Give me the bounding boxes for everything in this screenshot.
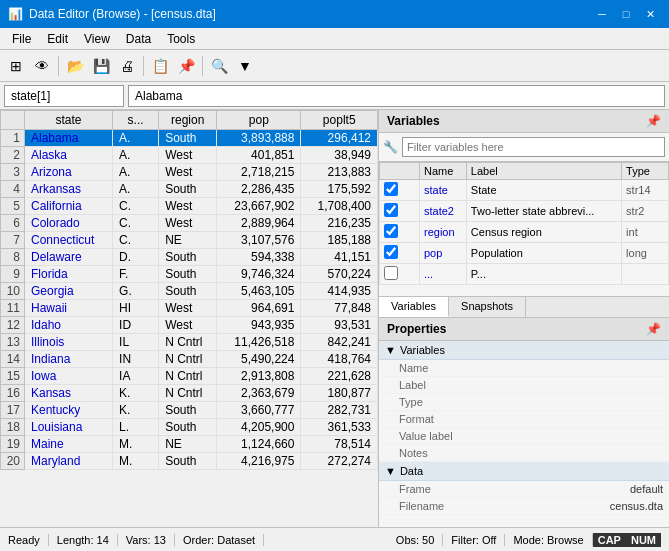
grid-icon-btn[interactable]: ⊞ bbox=[4, 54, 28, 78]
cell-abbr[interactable]: A. bbox=[113, 147, 159, 164]
cell-poplt5[interactable]: 361,533 bbox=[301, 419, 378, 436]
variables-props-section[interactable]: ▼ Variables bbox=[379, 341, 669, 360]
cell-pop[interactable]: 3,893,888 bbox=[217, 130, 301, 147]
table-row[interactable]: 6 Colorado C. West 2,889,964 216,235 bbox=[1, 215, 378, 232]
var-name-cell[interactable]: region bbox=[420, 222, 467, 243]
cell-abbr[interactable]: K. bbox=[113, 402, 159, 419]
cell-state[interactable]: Georgia bbox=[25, 283, 113, 300]
var-check-cell[interactable] bbox=[380, 264, 420, 285]
cell-state[interactable]: Maryland bbox=[25, 453, 113, 470]
cell-pop[interactable]: 9,746,324 bbox=[217, 266, 301, 283]
cell-state[interactable]: Maine bbox=[25, 436, 113, 453]
cell-poplt5[interactable]: 282,731 bbox=[301, 402, 378, 419]
cell-poplt5[interactable]: 93,531 bbox=[301, 317, 378, 334]
cell-region[interactable]: South bbox=[159, 181, 217, 198]
cell-region[interactable]: N Cntrl bbox=[159, 368, 217, 385]
cell-state[interactable]: Arizona bbox=[25, 164, 113, 181]
var-name-cell[interactable]: ... bbox=[420, 264, 467, 285]
cell-poplt5[interactable]: 185,188 bbox=[301, 232, 378, 249]
cell-poplt5[interactable]: 272,274 bbox=[301, 453, 378, 470]
menu-tools[interactable]: Tools bbox=[159, 30, 203, 47]
cell-abbr[interactable]: C. bbox=[113, 232, 159, 249]
var-checkbox[interactable] bbox=[384, 224, 398, 238]
cell-state[interactable]: Delaware bbox=[25, 249, 113, 266]
var-col-label[interactable]: Label bbox=[466, 163, 621, 180]
cell-poplt5[interactable]: 1,708,400 bbox=[301, 198, 378, 215]
cell-abbr[interactable]: C. bbox=[113, 215, 159, 232]
cell-pop[interactable]: 4,205,900 bbox=[217, 419, 301, 436]
cell-region[interactable]: South bbox=[159, 266, 217, 283]
cell-state[interactable]: Indiana bbox=[25, 351, 113, 368]
var-check-cell[interactable] bbox=[380, 222, 420, 243]
var-name-cell[interactable]: pop bbox=[420, 243, 467, 264]
tab-variables[interactable]: Variables bbox=[379, 297, 449, 317]
table-row[interactable]: 16 Kansas K. N Cntrl 2,363,679 180,877 bbox=[1, 385, 378, 402]
var-check-cell[interactable] bbox=[380, 201, 420, 222]
cell-abbr[interactable]: HI bbox=[113, 300, 159, 317]
cell-region[interactable]: N Cntrl bbox=[159, 351, 217, 368]
save-btn[interactable]: 💾 bbox=[89, 54, 113, 78]
copy-btn[interactable]: 📋 bbox=[148, 54, 172, 78]
tab-snapshots[interactable]: Snapshots bbox=[449, 297, 526, 317]
cell-poplt5[interactable]: 175,592 bbox=[301, 181, 378, 198]
cell-pop[interactable]: 943,935 bbox=[217, 317, 301, 334]
col-header-pop[interactable]: pop bbox=[217, 111, 301, 130]
cell-poplt5[interactable]: 216,235 bbox=[301, 215, 378, 232]
variable-row[interactable]: region Census region int bbox=[380, 222, 669, 243]
col-header-abbr[interactable]: s... bbox=[113, 111, 159, 130]
cell-pop[interactable]: 964,691 bbox=[217, 300, 301, 317]
cell-value-input[interactable] bbox=[128, 85, 665, 107]
table-row[interactable]: 8 Delaware D. South 594,338 41,151 bbox=[1, 249, 378, 266]
col-header-region[interactable]: region bbox=[159, 111, 217, 130]
cell-poplt5[interactable]: 213,883 bbox=[301, 164, 378, 181]
cell-state[interactable]: Louisiana bbox=[25, 419, 113, 436]
table-row[interactable]: 19 Maine M. NE 1,124,660 78,514 bbox=[1, 436, 378, 453]
open-btn[interactable]: 📂 bbox=[63, 54, 87, 78]
cell-pop[interactable]: 2,286,435 bbox=[217, 181, 301, 198]
table-row[interactable]: 15 Iowa IA N Cntrl 2,913,808 221,628 bbox=[1, 368, 378, 385]
cell-poplt5[interactable]: 41,151 bbox=[301, 249, 378, 266]
cell-reference-input[interactable] bbox=[4, 85, 124, 107]
var-checkbox[interactable] bbox=[384, 203, 398, 217]
var-col-name[interactable]: Name bbox=[420, 163, 467, 180]
cell-pop[interactable]: 3,660,777 bbox=[217, 402, 301, 419]
browse-btn[interactable]: 👁 bbox=[30, 54, 54, 78]
maximize-button[interactable]: □ bbox=[615, 5, 637, 23]
variable-row[interactable]: state2 Two-letter state abbrevi... str2 bbox=[380, 201, 669, 222]
cell-region[interactable]: West bbox=[159, 300, 217, 317]
cell-state[interactable]: Kansas bbox=[25, 385, 113, 402]
cell-pop[interactable]: 401,851 bbox=[217, 147, 301, 164]
menu-file[interactable]: File bbox=[4, 30, 39, 47]
cell-pop[interactable]: 23,667,902 bbox=[217, 198, 301, 215]
cell-abbr[interactable]: L. bbox=[113, 419, 159, 436]
table-row[interactable]: 1 Alabama A. South 3,893,888 296,412 bbox=[1, 130, 378, 147]
data-grid[interactable]: state s... region pop poplt5 1 Alabama A… bbox=[0, 110, 378, 527]
table-row[interactable]: 9 Florida F. South 9,746,324 570,224 bbox=[1, 266, 378, 283]
cell-pop[interactable]: 2,889,964 bbox=[217, 215, 301, 232]
cell-region[interactable]: South bbox=[159, 453, 217, 470]
cell-poplt5[interactable]: 221,628 bbox=[301, 368, 378, 385]
cell-pop[interactable]: 594,338 bbox=[217, 249, 301, 266]
table-row[interactable]: 12 Idaho ID West 943,935 93,531 bbox=[1, 317, 378, 334]
cell-region[interactable]: South bbox=[159, 249, 217, 266]
minimize-button[interactable]: ─ bbox=[591, 5, 613, 23]
cell-pop[interactable]: 1,124,660 bbox=[217, 436, 301, 453]
cell-poplt5[interactable]: 296,412 bbox=[301, 130, 378, 147]
cell-state[interactable]: Iowa bbox=[25, 368, 113, 385]
var-checkbox[interactable] bbox=[384, 266, 398, 280]
table-row[interactable]: 5 California C. West 23,667,902 1,708,40… bbox=[1, 198, 378, 215]
cell-abbr[interactable]: M. bbox=[113, 436, 159, 453]
cell-state[interactable]: Illinois bbox=[25, 334, 113, 351]
cell-state[interactable]: Alabama bbox=[25, 130, 113, 147]
print-btn[interactable]: 🖨 bbox=[115, 54, 139, 78]
cell-poplt5[interactable]: 77,848 bbox=[301, 300, 378, 317]
cell-region[interactable]: N Cntrl bbox=[159, 385, 217, 402]
cell-region[interactable]: NE bbox=[159, 436, 217, 453]
variable-filter-input[interactable] bbox=[402, 137, 665, 157]
cell-pop[interactable]: 2,718,215 bbox=[217, 164, 301, 181]
cell-abbr[interactable]: IN bbox=[113, 351, 159, 368]
cell-region[interactable]: N Cntrl bbox=[159, 334, 217, 351]
table-row[interactable]: 7 Connecticut C. NE 3,107,576 185,188 bbox=[1, 232, 378, 249]
close-button[interactable]: ✕ bbox=[639, 5, 661, 23]
cell-abbr[interactable]: F. bbox=[113, 266, 159, 283]
